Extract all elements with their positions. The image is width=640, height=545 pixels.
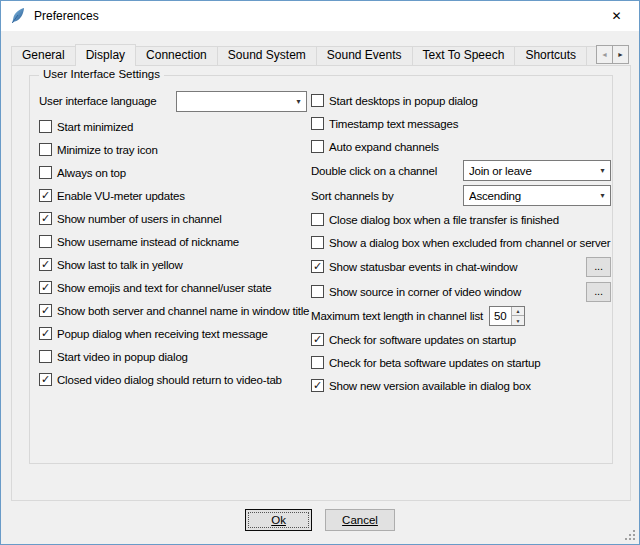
tab-strip: General Display Connection Sound System …	[11, 42, 596, 66]
checkbox-row[interactable]: Timestamp text messages	[311, 112, 611, 135]
checkbox[interactable]	[39, 235, 52, 248]
spinner-value: 50	[490, 307, 511, 325]
checkbox-row[interactable]: Enable VU-meter updates	[39, 184, 307, 207]
left-column: User interface language ▾ Start minimize…	[39, 89, 307, 391]
checkbox-label: Closed video dialog should return to vid…	[57, 374, 282, 386]
resize-grip[interactable]	[624, 529, 636, 541]
checkbox[interactable]	[39, 304, 52, 317]
max-text-length-label: Maximum text length in channel list	[311, 310, 483, 322]
checkbox-label: Close dialog box when a file transfer is…	[329, 214, 559, 226]
checkbox[interactable]	[39, 258, 52, 271]
checkbox-row[interactable]: Show both server and channel name in win…	[39, 299, 307, 322]
checkbox-row[interactable]: Auto expand channels	[311, 135, 611, 158]
checkbox[interactable]	[39, 373, 52, 386]
checkbox-row[interactable]: Start video in popup dialog	[39, 345, 307, 368]
cancel-button[interactable]: Cancel	[325, 509, 395, 531]
checkbox[interactable]	[39, 212, 52, 225]
checkbox[interactable]	[39, 166, 52, 179]
checkbox-label: Show both server and channel name in win…	[57, 305, 309, 317]
checkbox-label: Show last to talk in yellow	[57, 259, 183, 271]
checkbox-label: Always on top	[57, 167, 126, 179]
checkbox[interactable]	[311, 285, 324, 298]
spinner-down-icon[interactable]: ▼	[512, 316, 524, 325]
checkbox-label: Auto expand channels	[329, 141, 439, 153]
checkbox-row[interactable]: Show last to talk in yellow	[39, 253, 307, 276]
tab-display[interactable]: Display	[75, 44, 136, 66]
checkbox-row[interactable]: Check for software updates on startup	[311, 328, 611, 351]
statusbar-events-row[interactable]: Show statusbar events in chat-window ...	[311, 254, 611, 279]
checkbox-label: Show statusbar events in chat-window	[329, 261, 517, 273]
ok-button[interactable]: Ok	[245, 509, 312, 531]
checkbox[interactable]	[311, 213, 324, 226]
tab-video[interactable]: Video	[586, 46, 596, 65]
sort-channels-select[interactable]: Ascending ▾	[463, 185, 611, 206]
checkbox-row[interactable]: Show number of users in channel	[39, 207, 307, 230]
video-source-row[interactable]: Show source in corner of video window ..…	[311, 279, 611, 304]
checkbox[interactable]	[311, 356, 324, 369]
double-click-row: Double click on a channel Join or leave …	[311, 158, 611, 183]
tab-scroll-left-icon[interactable]: ◄	[596, 45, 613, 64]
display-tab-panel: User Interface Settings User interface l…	[11, 65, 631, 501]
checkbox[interactable]	[311, 333, 324, 346]
checkbox[interactable]	[311, 379, 324, 392]
checkbox-label: Show username instead of nickname	[57, 236, 239, 248]
checkbox[interactable]	[39, 281, 52, 294]
statusbar-events-ellipsis-button[interactable]: ...	[586, 257, 611, 277]
checkbox-label: Enable VU-meter updates	[57, 190, 185, 202]
preferences-dialog: Preferences ✕ General Display Connection…	[0, 0, 640, 545]
checkbox-row[interactable]: Show username instead of nickname	[39, 230, 307, 253]
sort-channels-row: Sort channels by Ascending ▾	[311, 183, 611, 208]
checkbox-row[interactable]: Minimize to tray icon	[39, 138, 307, 161]
checkbox-row[interactable]: Closed video dialog should return to vid…	[39, 368, 307, 391]
double-click-select-value: Join or leave	[469, 165, 595, 177]
tab-shortcuts[interactable]: Shortcuts	[514, 46, 587, 65]
checkbox[interactable]	[39, 120, 52, 133]
checkbox[interactable]	[311, 236, 324, 249]
checkbox-label: Timestamp text messages	[329, 118, 458, 130]
close-icon[interactable]: ✕	[594, 1, 639, 31]
tab-general[interactable]: General	[11, 46, 76, 65]
checkbox[interactable]	[39, 350, 52, 363]
checkbox-label: Start desktops in popup dialog	[329, 95, 478, 107]
checkbox[interactable]	[39, 143, 52, 156]
spinner-up-icon[interactable]: ▲	[512, 307, 524, 316]
language-label: User interface language	[39, 95, 157, 107]
checkbox[interactable]	[39, 327, 52, 340]
checkbox-row[interactable]: Start desktops in popup dialog	[311, 89, 611, 112]
checkbox-row[interactable]: Show new version available in dialog box	[311, 374, 611, 397]
checkbox-row[interactable]: Show emojis and text for channel/user st…	[39, 276, 307, 299]
checkbox-row[interactable]: Check for beta software updates on start…	[311, 351, 611, 374]
language-select[interactable]: ▾	[176, 91, 307, 112]
spinner-buttons: ▲ ▼	[511, 307, 524, 325]
checkbox-label: Start minimized	[57, 121, 133, 133]
tab-sound-events[interactable]: Sound Events	[316, 46, 413, 65]
tab-sound-system[interactable]: Sound System	[217, 46, 317, 65]
checkbox-row[interactable]: Close dialog box when a file transfer is…	[311, 208, 611, 231]
double-click-select[interactable]: Join or leave ▾	[463, 160, 611, 181]
video-source-ellipsis-button[interactable]: ...	[586, 282, 611, 302]
checkbox-row[interactable]: Start minimized	[39, 115, 307, 138]
tab-scroll-right-icon[interactable]: ►	[612, 45, 629, 64]
group-title: User Interface Settings	[39, 68, 164, 80]
title-bar[interactable]: Preferences ✕	[1, 1, 639, 31]
checkbox-row[interactable]: Always on top	[39, 161, 307, 184]
checkbox[interactable]	[311, 140, 324, 153]
checkbox-row[interactable]: Show a dialog box when excluded from cha…	[311, 231, 611, 254]
app-icon	[9, 7, 27, 25]
checkbox-label: Show a dialog box when excluded from cha…	[329, 237, 610, 249]
checkbox-label: Check for software updates on startup	[329, 334, 516, 346]
checkbox-row[interactable]: Popup dialog when receiving text message	[39, 322, 307, 345]
tab-text-to-speech[interactable]: Text To Speech	[412, 46, 516, 65]
checkbox-label: Show new version available in dialog box	[329, 380, 531, 392]
max-text-length-row: Maximum text length in channel list 50 ▲…	[311, 304, 611, 328]
max-text-length-spinner[interactable]: 50 ▲ ▼	[489, 306, 525, 326]
language-row: User interface language ▾	[39, 89, 307, 113]
checkbox[interactable]	[311, 94, 324, 107]
checkbox[interactable]	[311, 117, 324, 130]
checkbox-label: Minimize to tray icon	[57, 144, 158, 156]
user-interface-settings-group: User Interface Settings User interface l…	[29, 75, 613, 464]
checkbox[interactable]	[39, 189, 52, 202]
checkbox[interactable]	[311, 260, 324, 273]
tab-connection[interactable]: Connection	[135, 46, 218, 65]
checkbox-label: Show source in corner of video window	[329, 286, 521, 298]
